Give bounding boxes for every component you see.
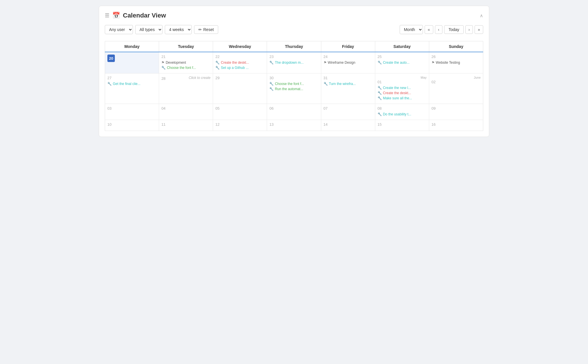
cell-10[interactable]: 10: [105, 120, 159, 131]
event-create-auto[interactable]: 🔧 Create the auto...: [378, 61, 427, 65]
header-left: ☰ 📅 Calendar View: [105, 12, 166, 19]
cell-11[interactable]: 11: [159, 120, 213, 131]
event-label[interactable]: Choose the font f...: [167, 66, 196, 70]
cell-30[interactable]: 30 🔧 Choose the font f... 🔧 Run the auto…: [267, 73, 321, 104]
event-make-sure[interactable]: 🔧 Make sure all the...: [378, 96, 427, 100]
cell-12[interactable]: 12: [213, 120, 267, 131]
day-number-29: 29: [215, 76, 264, 80]
cell-16[interactable]: 16: [429, 120, 483, 131]
toolbar-right: Month « ‹ Today › »: [400, 25, 483, 34]
event-label[interactable]: Create the deskt...: [221, 61, 249, 65]
calendar-icon: 📅: [112, 12, 120, 19]
cell-24[interactable]: 24 ⚑ Wireframe Design: [321, 52, 375, 73]
weeks-filter-select[interactable]: 4 weeks: [165, 25, 192, 34]
collapse-button[interactable]: ∧: [480, 13, 483, 18]
event-label[interactable]: Choose the font f...: [275, 82, 304, 86]
day-number-07: 07: [324, 106, 373, 111]
cell-07[interactable]: 07: [321, 104, 375, 120]
cell-13[interactable]: 13: [267, 120, 321, 131]
nav-last-button[interactable]: »: [475, 25, 483, 34]
event-label[interactable]: Create the new l...: [383, 86, 411, 90]
day-number-today: 20: [107, 55, 115, 62]
cell-14[interactable]: 14: [321, 120, 375, 131]
cell-06[interactable]: 06: [267, 104, 321, 120]
wrench-icon: 🔧: [215, 61, 220, 65]
event-wireframe-design[interactable]: ⚑ Wireframe Design: [324, 61, 373, 65]
event-label[interactable]: Create the deskt...: [383, 91, 411, 95]
cell-02-june[interactable]: June 02: [429, 73, 483, 104]
col-tuesday: Tuesday: [159, 41, 213, 52]
cell-15[interactable]: 15: [375, 120, 429, 131]
day-number-01: 01: [378, 80, 427, 84]
wrench-icon: 🔧: [269, 87, 274, 91]
user-filter-select[interactable]: Any user: [105, 25, 133, 34]
hamburger-icon[interactable]: ☰: [105, 12, 109, 19]
event-final-client[interactable]: 🔧 Get the final clie...: [107, 82, 156, 86]
event-label: Wireframe Design: [328, 61, 355, 65]
event-dropdown[interactable]: 🔧 The dropdown m...: [269, 61, 318, 65]
day-number-03: 03: [107, 106, 156, 111]
cell-04[interactable]: 04: [159, 104, 213, 120]
cell-20[interactable]: 20: [105, 52, 159, 73]
cell-25[interactable]: 25 🔧 Create the auto...: [375, 52, 429, 73]
flag-icon: ⚑: [432, 61, 435, 65]
cell-21[interactable]: 21 ⚑ Development 🔧 Choose the font f...: [159, 52, 213, 73]
event-label[interactable]: Get the final clie...: [113, 82, 140, 86]
event-choose-font[interactable]: 🔧 Choose the font f...: [161, 66, 210, 70]
toolbar-left: Any user All types 4 weeks ✏ Reset: [105, 25, 218, 34]
cell-05[interactable]: 05: [213, 104, 267, 120]
cell-28[interactable]: 28 Click to create: [159, 73, 213, 104]
day-number-05: 05: [215, 106, 264, 111]
cell-26[interactable]: 26 ⚑ Website Testing: [429, 52, 483, 73]
event-turn-wireframe[interactable]: 🔧 Turn the wirefra...: [324, 82, 373, 86]
reset-label: Reset: [203, 27, 214, 32]
event-setup-github[interactable]: 🔧 Set up a Github ...: [215, 66, 264, 70]
cell-31[interactable]: 31 🔧 Turn the wirefra...: [321, 73, 375, 104]
col-monday: Monday: [105, 41, 159, 52]
event-label[interactable]: Create the auto...: [383, 61, 410, 65]
cell-29[interactable]: 29: [213, 73, 267, 104]
reset-button[interactable]: ✏ Reset: [194, 25, 218, 34]
event-label[interactable]: Do the usability t...: [383, 112, 411, 116]
calendar-week-2: 27 🔧 Get the final clie... 28 Click to c…: [105, 73, 483, 104]
today-button[interactable]: Today: [444, 25, 463, 34]
view-mode-select[interactable]: Month: [400, 25, 423, 34]
event-usability[interactable]: 🔧 Do the usability t...: [378, 112, 427, 116]
col-friday: Friday: [321, 41, 375, 52]
cell-08[interactable]: 08 🔧 Do the usability t...: [375, 104, 429, 120]
day-number-09: 09: [432, 106, 481, 111]
day-number-21: 21: [161, 55, 210, 59]
event-label[interactable]: Make sure all the...: [383, 96, 412, 100]
event-label[interactable]: Turn the wirefra...: [329, 82, 356, 86]
calendar-week-1: 20 21 ⚑ Development 🔧 Choose the font f.…: [105, 52, 483, 73]
event-create-new-l[interactable]: 🔧 Create the new l...: [378, 86, 427, 90]
nav-first-button[interactable]: «: [425, 25, 433, 34]
wrench-icon: 🔧: [378, 91, 382, 95]
event-create-deskt-01[interactable]: 🔧 Create the deskt...: [378, 91, 427, 95]
day-number-08: 08: [378, 106, 427, 111]
click-to-create-label[interactable]: Click to create: [189, 76, 210, 80]
cell-27[interactable]: 27 🔧 Get the final clie...: [105, 73, 159, 104]
event-create-deskt-22[interactable]: 🔧 Create the deskt...: [215, 61, 264, 65]
cell-23[interactable]: 23 🔧 The dropdown m...: [267, 52, 321, 73]
day-number-25: 25: [378, 55, 427, 59]
calendar-header-row: Monday Tuesday Wednesday Thursday Friday…: [105, 41, 483, 52]
cell-03[interactable]: 03: [105, 104, 159, 120]
event-label[interactable]: Run the automat...: [275, 87, 303, 91]
wrench-icon: 🔧: [215, 66, 220, 70]
type-filter-select[interactable]: All types: [135, 25, 163, 34]
event-label[interactable]: The dropdown m...: [275, 61, 303, 65]
event-label[interactable]: Set up a Github ...: [221, 66, 249, 70]
event-run-automat[interactable]: 🔧 Run the automat...: [269, 87, 318, 91]
cell-22[interactable]: 22 🔧 Create the deskt... 🔧 Set up a Gith…: [213, 52, 267, 73]
nav-prev-button[interactable]: ‹: [435, 25, 443, 34]
day-number-30: 30: [269, 76, 318, 80]
wrench-icon: 🔧: [378, 61, 382, 65]
cell-01-may[interactable]: May 01 🔧 Create the new l... 🔧 Create th…: [375, 73, 429, 104]
event-choose-font-30[interactable]: 🔧 Choose the font f...: [269, 82, 318, 86]
event-development[interactable]: ⚑ Development: [161, 61, 210, 65]
nav-next-button[interactable]: ›: [465, 25, 473, 34]
event-website-testing[interactable]: ⚑ Website Testing: [432, 61, 481, 65]
day-number-27: 27: [107, 76, 156, 80]
cell-09[interactable]: 09: [429, 104, 483, 120]
